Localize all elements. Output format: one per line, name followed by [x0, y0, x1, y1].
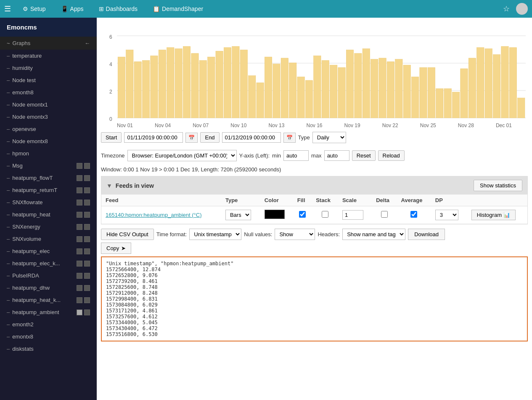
feed-dp-select[interactable]: 0123456	[435, 210, 458, 220]
sidebar-checkbox-snxvolume[interactable]	[77, 236, 82, 242]
sidebar-checkbox-snxflowrate[interactable]	[77, 200, 82, 205]
sidebar-item-heatpump-flowt[interactable]: –heatpump_flowT	[0, 172, 97, 184]
sidebar-item-hpmon[interactable]: –hpmon	[0, 147, 97, 160]
col-type: Type	[221, 195, 260, 206]
feed-type-select[interactable]: Bars	[225, 210, 251, 220]
sidebar-checkbox-heatpump-flowt[interactable]	[77, 175, 82, 181]
sidebar-checkbox-heatpump-ambient[interactable]	[77, 309, 82, 315]
sidebar-item-heatpump-heat-k[interactable]: –heatpump_heat_k...	[0, 294, 97, 306]
csv-section: Hide CSV Output Time format: Unix timest…	[101, 229, 528, 341]
sidebar-item-node-test[interactable]: –Node test	[0, 74, 97, 86]
sidebar-item-label-heatpump-flowt: heatpump_flowT	[12, 175, 53, 181]
end-calendar-icon[interactable]: 📅	[283, 133, 296, 143]
nav-apps[interactable]: 📱 Apps	[58, 5, 87, 12]
sidebar-item-controls-snxenergy	[77, 224, 90, 230]
sidebar-box2-heatpump-dhw[interactable]	[84, 285, 90, 291]
type-select[interactable]: DailyWeeklyMonthlyHourly	[312, 132, 346, 143]
sidebar-item-humidity[interactable]: –humidity	[0, 62, 97, 74]
sidebar-item-pulseirda[interactable]: –PulseIRDA	[0, 269, 97, 282]
sidebar-item-label-pulseirda: PulseIRDA	[12, 272, 39, 279]
sidebar-item-heatpump-dhw[interactable]: –heatpump_dhw	[0, 282, 97, 294]
reset-button[interactable]: Reset	[352, 150, 376, 161]
end-button[interactable]: End	[200, 132, 219, 143]
sidebar-item-emonth8[interactable]: –emonth8	[0, 86, 97, 99]
hamburger-icon[interactable]: ☰	[4, 4, 11, 13]
sidebar-box2-snxflowrate[interactable]	[84, 200, 90, 205]
sidebar-item-snxvolume[interactable]: –SNXvolume	[0, 233, 97, 245]
sidebar-item-snxenergy[interactable]: –SNXenergy	[0, 221, 97, 233]
start-input[interactable]	[124, 132, 183, 143]
sidebar-item-msg[interactable]: –Msg	[0, 160, 97, 172]
nav-dashboards[interactable]: ⊞ Dashboards	[95, 5, 141, 12]
sidebar-box2-snxvolume[interactable]	[84, 236, 90, 242]
sidebar-item-heatpump-returnt[interactable]: –heatpump_returnT	[0, 184, 97, 196]
sidebar-checkbox-heatpump-heat-k[interactable]	[77, 297, 82, 303]
null-values-select[interactable]: ShowHideInterpolate	[275, 229, 315, 240]
sidebar-item-emontx8[interactable]: –emontx8	[0, 331, 97, 343]
nav-setup[interactable]: ⚙ Setup	[19, 5, 49, 12]
sidebar-box2-heatpump-elec-k[interactable]	[84, 261, 90, 267]
feeds-toggle-icon[interactable]: ▼	[106, 182, 112, 189]
svg-rect-20	[216, 51, 223, 118]
histogram-button[interactable]: Histogram 📊	[471, 210, 516, 220]
time-format-select[interactable]: Unix timestampISO 8601Excel	[189, 229, 241, 240]
feed-average-checkbox[interactable]	[410, 211, 417, 218]
user-avatar[interactable]	[516, 3, 528, 15]
sidebar-checkbox-heatpump-elec[interactable]	[77, 248, 82, 254]
sidebar-checkbox-heatpump-dhw[interactable]	[77, 285, 82, 291]
sidebar-graphs-section[interactable]: ~ Graphs ←	[0, 37, 97, 50]
svg-rect-49	[452, 92, 459, 118]
sidebar-checkbox-heatpump-elec-k[interactable]	[77, 261, 82, 267]
sidebar-checkbox-heatpump-heat[interactable]	[77, 212, 82, 218]
sidebar-box2-heatpump-ambient[interactable]	[84, 309, 90, 315]
sidebar-item-controls-heatpump-ambient	[77, 309, 90, 315]
sidebar-item-openevse[interactable]: –openevse	[0, 123, 97, 135]
sidebar-box2-heatpump-heat-k[interactable]	[84, 297, 90, 303]
timezone-select[interactable]: Browser: Europe/London (GMT +00:00)	[127, 150, 237, 161]
feed-delta-checkbox[interactable]	[381, 211, 388, 218]
sidebar-item-node-emontx8[interactable]: –Node emontx8	[0, 135, 97, 147]
yaxis-min-input[interactable]	[283, 150, 309, 161]
feed-color-box[interactable]	[265, 210, 285, 219]
sidebar-item-node-emontx1[interactable]: –Node emontx1	[0, 99, 97, 111]
show-statistics-button[interactable]: Show statistics	[474, 180, 522, 191]
hide-csv-button[interactable]: Hide CSV Output	[101, 229, 154, 240]
svg-rect-53	[485, 49, 492, 118]
dashboards-icon: ⊞	[99, 5, 104, 12]
copy-button[interactable]: Copy ➤	[101, 243, 131, 254]
nav-demandshaper[interactable]: 📋 DemandShaper	[149, 5, 206, 12]
feed-fill-checkbox[interactable]	[299, 211, 306, 218]
sidebar-item-diskstats[interactable]: –diskstats	[0, 343, 97, 355]
headers-select[interactable]: Show name and tagShow name onlyNone	[342, 229, 405, 240]
sidebar-item-controls-heatpump-heat	[77, 212, 90, 218]
download-button[interactable]: Download	[408, 229, 445, 240]
sidebar-item-snxflowrate[interactable]: –SNXflowrate	[0, 196, 97, 208]
sidebar-box2-heatpump-elec[interactable]	[84, 248, 90, 254]
sidebar-checkbox-snxenergy[interactable]	[77, 224, 82, 230]
start-button[interactable]: Start	[101, 132, 122, 143]
yaxis-max-input[interactable]	[324, 150, 349, 161]
sidebar-box2-heatpump-heat[interactable]	[84, 212, 90, 218]
end-input[interactable]	[222, 132, 281, 143]
sidebar-box2-snxenergy[interactable]	[84, 224, 90, 230]
sidebar-box2-msg[interactable]	[84, 163, 90, 169]
feed-stack-checkbox[interactable]	[322, 211, 328, 218]
sidebar-checkbox-msg[interactable]	[77, 163, 82, 169]
reload-button[interactable]: Reload	[378, 150, 405, 161]
sidebar-item-temperature[interactable]: –temperature	[0, 50, 97, 62]
sidebar-box2-heatpump-returnt[interactable]	[84, 187, 90, 193]
sidebar-checkbox-pulseirda[interactable]	[77, 273, 82, 279]
sidebar-item-heatpump-ambient[interactable]: –heatpump_ambient	[0, 306, 97, 318]
sidebar-checkbox-heatpump-returnt[interactable]	[77, 187, 82, 193]
feed-scale-input[interactable]	[342, 210, 363, 220]
sidebar-box2-heatpump-flowt[interactable]	[84, 175, 90, 181]
start-calendar-icon[interactable]: 📅	[185, 133, 198, 143]
sidebar-box2-pulseirda[interactable]	[84, 273, 90, 279]
sidebar-item-heatpump-heat[interactable]: –heatpump_heat	[0, 208, 97, 221]
sidebar-item-heatpump-elec-k[interactable]: –heatpump_elec_k...	[0, 257, 97, 269]
sidebar-item-node-emontx3[interactable]: –Node emontx3	[0, 111, 97, 123]
star-icon[interactable]: ☆	[503, 4, 510, 13]
sidebar-item-heatpump-elec[interactable]: –heatpump_elec	[0, 245, 97, 257]
feed-name-link[interactable]: 165140:hpmon:heatpump_ambient (°C)	[106, 212, 202, 218]
sidebar-item-emonth2[interactable]: –emonth2	[0, 318, 97, 331]
